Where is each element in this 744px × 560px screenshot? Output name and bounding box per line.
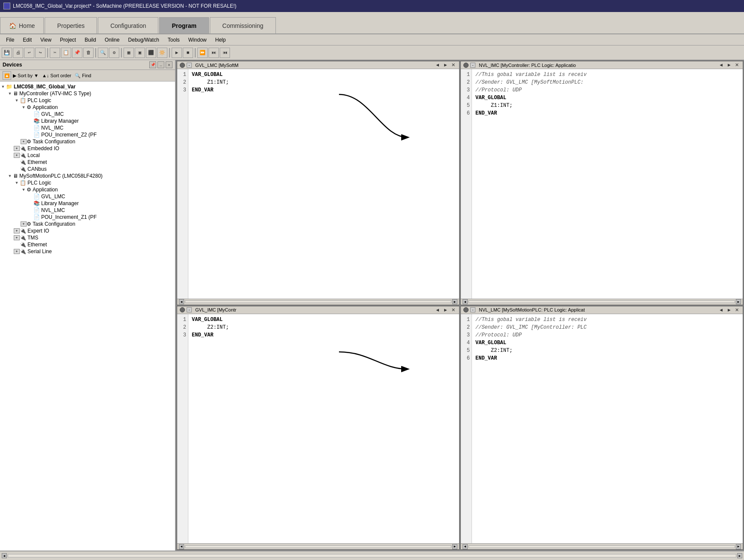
toolbar-save[interactable]: 💾 xyxy=(2,48,12,58)
tree-item[interactable]: 📄NVL_IMC xyxy=(0,124,175,131)
panel-close-btn[interactable]: ✕ xyxy=(450,307,457,313)
tree-item[interactable]: +🔌Local xyxy=(0,152,175,159)
scroll-right-arrow[interactable]: ► xyxy=(452,299,457,304)
tab-commissioning[interactable]: Commissioning xyxy=(210,17,276,33)
toolbar-copy[interactable]: 📋 xyxy=(61,48,71,58)
scroll-right-arrow[interactable]: ► xyxy=(736,299,741,304)
menu-debugwatch[interactable]: Debug/Watch xyxy=(124,36,163,44)
toolbar-find[interactable]: 🔍 xyxy=(98,48,108,58)
scroll-right-arrow[interactable]: ► xyxy=(452,544,457,549)
panel-close-btn[interactable]: ✕ xyxy=(734,307,740,313)
scroll-left-arrow[interactable]: ◄ xyxy=(2,553,7,558)
tree-item[interactable]: ▼📋PLC Logic xyxy=(0,179,175,186)
toolbar-build[interactable]: ⚙ xyxy=(109,48,119,58)
tab-configuration[interactable]: Configuration xyxy=(98,17,158,33)
tree-expand-icon[interactable]: + xyxy=(14,228,20,233)
panel-nav-prev[interactable]: ◄ xyxy=(434,62,441,68)
tree-expand-icon[interactable]: ▼ xyxy=(7,91,13,96)
bottom-scrollbar[interactable]: ◄ ► xyxy=(0,551,744,560)
devices-find[interactable]: 🔍 Find xyxy=(75,73,91,79)
tree-item[interactable]: +🔌Embedded IO xyxy=(0,145,175,152)
tab-home[interactable]: 🏠 Home xyxy=(0,17,44,33)
scroll-right-arrow[interactable]: ► xyxy=(736,544,741,549)
scroll-track[interactable] xyxy=(469,300,735,303)
devices-nav-btn[interactable]: 🔼 xyxy=(3,71,11,80)
tree-expand-icon[interactable]: ▼ xyxy=(14,98,20,103)
devices-pin-btn[interactable]: 📌 xyxy=(149,61,156,68)
tree-item[interactable]: 🔌Ethernet xyxy=(0,241,175,248)
devices-minimize-btn[interactable]: _ xyxy=(157,61,164,68)
tree-expand-icon[interactable]: ▼ xyxy=(0,85,6,89)
tree-item[interactable]: ▼⚙Application xyxy=(0,186,175,193)
toolbar-btn2[interactable]: ▣ xyxy=(135,48,145,58)
tree-item[interactable]: 📄NVL_LMC xyxy=(0,207,175,214)
code-content-bottom-left[interactable]: VAR_GLOBAL Z2:INT;END_VAR xyxy=(188,314,459,544)
toolbar-cut[interactable]: ✂ xyxy=(50,48,60,58)
menu-edit[interactable]: Edit xyxy=(18,36,36,44)
panel-nav-prev[interactable]: ◄ xyxy=(434,307,441,313)
tree-item[interactable]: ▼📁LMC058_IMC_Global_Var xyxy=(0,83,175,90)
panel-minus-btn[interactable]: - xyxy=(187,307,192,312)
panel-nav-prev[interactable]: ◄ xyxy=(717,307,725,313)
tree-item[interactable]: 📚Library Manager xyxy=(0,118,175,124)
devices-sort-order[interactable]: ▲↓ Sort order xyxy=(42,73,71,78)
toolbar-btn1[interactable]: ▦ xyxy=(124,48,134,58)
toolbar-debug3[interactable]: ⏮ xyxy=(220,48,230,58)
code-content-bottom-right[interactable]: //This gobal variable list is receiv//Se… xyxy=(472,314,743,544)
toolbar-redo[interactable]: ↪ xyxy=(35,48,45,58)
menu-view[interactable]: View xyxy=(36,36,56,44)
tree-expand-icon[interactable]: ▼ xyxy=(21,105,27,109)
scroll-left-arrow[interactable]: ◄ xyxy=(179,299,184,304)
hscroll-bottom-right[interactable]: ◄ ► xyxy=(461,543,743,549)
tree-item[interactable]: 📄POU_Increment_Z1 (PF xyxy=(0,214,175,221)
tree-item[interactable]: +⚙Task Configuration xyxy=(0,138,175,145)
panel-nav-next[interactable]: ► xyxy=(442,62,449,68)
panel-nav-next[interactable]: ► xyxy=(442,307,449,313)
hscroll-top-left[interactable]: ◄ ► xyxy=(177,299,459,305)
panel-close-btn[interactable]: ✕ xyxy=(734,62,740,68)
tree-expand-icon[interactable]: + xyxy=(21,139,27,144)
tree-item[interactable]: +🔌TMS xyxy=(0,234,175,241)
tree-expand-icon[interactable]: + xyxy=(14,153,20,158)
tree-item[interactable]: 🔌CANbus xyxy=(0,166,175,173)
tree-expand-icon[interactable]: + xyxy=(21,221,27,227)
tree-expand-icon[interactable]: ▼ xyxy=(21,188,27,192)
toolbar-btn4[interactable]: 🔆 xyxy=(157,48,167,58)
panel-minus-btn[interactable]: - xyxy=(470,63,475,68)
tree-item[interactable]: ▼📋PLC Logic xyxy=(0,97,175,104)
menu-build[interactable]: Build xyxy=(80,36,100,44)
tree-expand-icon[interactable]: + xyxy=(14,146,20,151)
scroll-track[interactable] xyxy=(185,545,451,548)
tab-program[interactable]: Program xyxy=(159,17,209,33)
scroll-left-arrow[interactable]: ◄ xyxy=(463,299,468,304)
tree-item[interactable]: +⚙Task Configuration xyxy=(0,221,175,227)
panel-minus-btn[interactable]: - xyxy=(470,307,475,312)
tree-expand-icon[interactable]: + xyxy=(14,235,20,240)
tree-item[interactable]: 📄GVL_IMC xyxy=(0,111,175,118)
tree-item[interactable]: 📚Library Manager xyxy=(0,200,175,207)
tree-item[interactable]: 📄POU_Increment_Z2 (PF xyxy=(0,131,175,138)
toolbar-stop[interactable]: ■ xyxy=(183,48,193,58)
tree-item[interactable]: 🔌Ethernet xyxy=(0,159,175,166)
tree-expand-icon[interactable]: + xyxy=(14,249,20,254)
toolbar-debug1[interactable]: ⏩ xyxy=(197,48,208,58)
tree-expand-icon[interactable]: ▼ xyxy=(7,174,13,178)
menu-window[interactable]: Window xyxy=(184,36,211,44)
scroll-track[interactable] xyxy=(8,554,736,557)
hscroll-bottom-left[interactable]: ◄ ► xyxy=(177,543,459,549)
toolbar-delete[interactable]: 🗑 xyxy=(83,48,94,58)
toolbar-undo[interactable]: ↩ xyxy=(24,48,34,58)
menu-online[interactable]: Online xyxy=(100,36,124,44)
tree-item[interactable]: +🔌Serial Line xyxy=(0,248,175,255)
panel-nav-next[interactable]: ► xyxy=(726,307,733,313)
toolbar-run[interactable]: ▶ xyxy=(172,48,182,58)
toolbar-btn3[interactable]: ⬛ xyxy=(146,48,156,58)
menu-help[interactable]: Help xyxy=(211,36,230,44)
scroll-left-arrow[interactable]: ◄ xyxy=(463,544,468,549)
scroll-right-arrow[interactable]: ► xyxy=(737,553,742,558)
scroll-track[interactable] xyxy=(469,545,735,548)
scroll-left-arrow[interactable]: ◄ xyxy=(179,544,184,549)
toolbar-print[interactable]: 🖨 xyxy=(13,48,23,58)
panel-nav-next[interactable]: ► xyxy=(726,62,733,68)
toolbar-paste[interactable]: 📌 xyxy=(72,48,82,58)
